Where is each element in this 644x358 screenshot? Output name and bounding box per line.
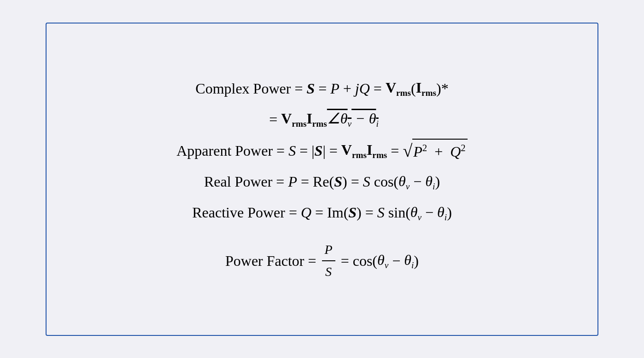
S5-bold: S [348, 201, 357, 223]
S-abs-symbol: S [315, 140, 323, 162]
Im-text: Im [327, 201, 344, 223]
Irms3-symbol: Irms [367, 139, 387, 162]
complex-power-line1: Complex Power = S = P + jQ = Vrms ( Irms… [195, 76, 448, 100]
theta-i1: θi [425, 170, 435, 194]
apparent-power-line: Apparent Power = S = | S | = Vrms Irms =… [176, 139, 468, 163]
plus2: + [431, 143, 446, 160]
theta-v3: θv [377, 249, 388, 272]
power-factor-label: Power Factor [225, 250, 304, 272]
equals3: = [370, 77, 386, 100]
open-paren5: ( [344, 201, 349, 223]
equals6: = [296, 140, 311, 162]
S4-symbol: S [363, 170, 370, 193]
cos2-text: cos [353, 250, 373, 272]
sin-text: sin [388, 201, 405, 223]
power-factor-line: Power Factor = P S = cos ( θv − θi ) [225, 240, 419, 282]
Vrms-symbol: Vrms [386, 76, 411, 100]
S6-symbol: S [377, 201, 385, 223]
equals14: = [362, 201, 377, 223]
plus: + [340, 77, 355, 100]
open-paren6: ( [405, 201, 410, 223]
S3-bold: S [334, 170, 342, 193]
equals5: = [273, 140, 288, 162]
equals15: = [304, 250, 320, 272]
minus3: − [388, 250, 404, 272]
real-power-label: Real Power [204, 170, 272, 193]
equals9: = [272, 170, 288, 193]
space1 [370, 170, 374, 193]
reactive-power-label: Reactive Power [192, 201, 285, 223]
minus1: − [410, 170, 425, 193]
close-paren4: ) [435, 170, 440, 193]
equals7: = [326, 140, 341, 162]
conjugate: * [441, 77, 449, 100]
equals16: = [337, 250, 353, 272]
cos-text: cos [374, 170, 394, 193]
Irms-symbol: Irms [416, 76, 436, 100]
equals4: = [265, 108, 281, 130]
angle-group: ∠θv − θi [327, 107, 379, 131]
P3-symbol: P [288, 170, 297, 193]
close-paren2: ) [342, 170, 347, 193]
theta-v1: θv [398, 170, 410, 194]
equals1: = [291, 77, 306, 100]
P-symbol: P [330, 77, 340, 100]
open-paren2: ( [329, 170, 334, 193]
open-paren: ( [411, 77, 416, 100]
complex-power-line2: = Vrms Irms ∠θv − θi [265, 107, 378, 131]
Re-text: Re [313, 170, 329, 193]
Q-squared: Q [450, 143, 461, 160]
minus2: − [422, 201, 437, 223]
PoverS-fraction: P S [322, 240, 335, 282]
Irms2-symbol: Irms [306, 107, 327, 131]
P-exp: 2 [422, 142, 427, 153]
fraction-denominator: S [322, 261, 334, 282]
close-paren: ) [436, 77, 441, 100]
complex-power-label: Complex Power [195, 77, 291, 100]
Vrms3-symbol: Vrms [341, 139, 367, 162]
S2-symbol: S [288, 140, 296, 162]
jQ-symbol: jQ [355, 77, 370, 100]
sqrt-symbol: √ [403, 142, 412, 159]
theta-v2: θv [410, 201, 422, 224]
sqrt-content: P2 + Q2 [412, 139, 468, 163]
Q2-symbol: Q [301, 201, 311, 223]
Q-exp: 2 [461, 142, 465, 153]
fraction-numerator: P [322, 240, 335, 261]
close-paren9: ) [414, 250, 419, 272]
Vrms2-symbol: Vrms [281, 107, 306, 131]
equals12: = [285, 201, 301, 223]
open-paren8: ( [372, 250, 377, 272]
space2 [385, 201, 388, 223]
real-power-line: Real Power = P = Re ( S ) = S cos ( θv −… [204, 170, 440, 194]
equals10: = [297, 170, 313, 193]
P-squared: P [413, 143, 422, 160]
apparent-power-label: Apparent Power [176, 140, 273, 162]
open-paren3: ( [393, 170, 398, 193]
close-paren7: ) [447, 201, 452, 223]
equals13: = [311, 201, 327, 223]
equals8: = [387, 140, 403, 162]
theta-i3: θi [404, 249, 414, 272]
reactive-power-line: Reactive Power = Q = Im ( S ) = S sin ( … [192, 201, 452, 224]
close-paren5: ) [357, 201, 362, 223]
S-symbol: S [306, 77, 315, 100]
equals11: = [347, 170, 363, 193]
sqrt-group: √ P2 + Q2 [403, 139, 467, 163]
equals2: = [315, 77, 330, 100]
formula-box: Complex Power = S = P + jQ = Vrms ( Irms… [46, 23, 598, 336]
theta-i2: θi [437, 201, 447, 224]
